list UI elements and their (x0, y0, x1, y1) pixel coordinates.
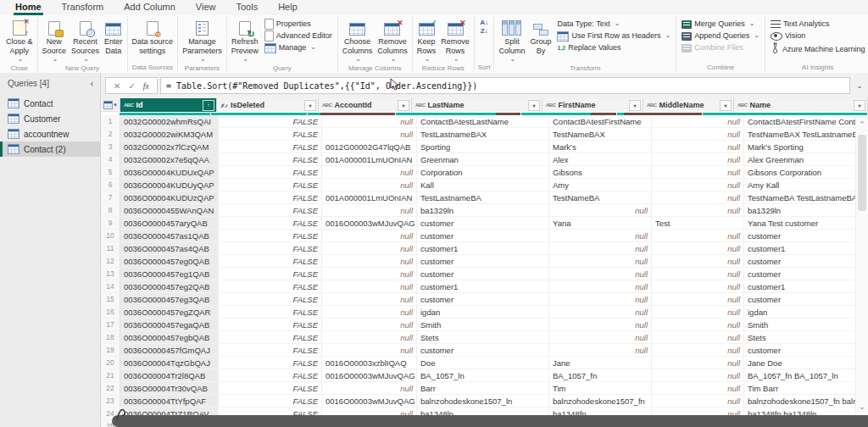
table-cell[interactable]: FALSE (219, 369, 322, 381)
table-cell[interactable]: customer1 (417, 280, 549, 292)
table-cell[interactable]: FALSE (219, 217, 322, 229)
table-cell[interactable]: null (322, 242, 417, 254)
split-column-button[interactable]: SplitColumn (496, 16, 527, 64)
query-item-accountnew[interactable]: accountnew (0, 126, 100, 141)
table-cell[interactable]: TestNameBAX TestLastnameBAX (744, 128, 868, 140)
table-cell[interactable]: FALSE (219, 204, 322, 216)
table-cell[interactable]: null (322, 166, 417, 178)
table-cell[interactable]: null (322, 230, 417, 241)
table-cell[interactable]: Gibsons Corporation (744, 166, 868, 178)
remove-columns-button[interactable]: ✕ RemoveColumns (375, 16, 410, 64)
tab-add-column[interactable]: Add Column (114, 0, 186, 15)
table-cell[interactable]: FALSE (219, 331, 322, 343)
tab-home[interactable]: Home (5, 0, 52, 15)
tab-view[interactable]: View (186, 0, 226, 15)
refresh-preview-button[interactable]: ↻ RefreshPreview (229, 16, 261, 64)
table-cell[interactable]: null (322, 115, 417, 127)
table-cell[interactable]: Barr (417, 382, 549, 394)
recent-sources-button[interactable]: ◷ RecentSources (69, 16, 102, 64)
table-cell[interactable]: Tim (549, 382, 652, 394)
table-cell[interactable]: customer (417, 344, 549, 356)
scroll-down-arrow[interactable]: ⌄ (856, 402, 868, 412)
column-header-middlename[interactable]: ABCMiddleName▾ (643, 98, 734, 112)
table-cell[interactable]: 0036O0000457egZQAR (120, 306, 219, 318)
table-cell[interactable]: FALSE (219, 268, 322, 280)
table-cell[interactable]: 0036O0000455WAnQAN (120, 204, 219, 216)
table-cell[interactable]: null (322, 204, 417, 216)
table-cell[interactable]: Greenman (417, 153, 549, 165)
table-cell[interactable]: null (652, 166, 744, 178)
table-cell[interactable]: TestNameBA (549, 191, 652, 203)
table-cell[interactable]: customer (744, 293, 868, 305)
table-cell[interactable]: null (322, 306, 417, 318)
table-cell[interactable]: 0012G00002G47lqQAB (322, 141, 417, 152)
table-cell[interactable]: null (652, 357, 744, 369)
query-item-contact-2[interactable]: Contact (2) (0, 141, 100, 157)
table-cell[interactable]: BA_1057_ln (417, 369, 549, 381)
table-cell[interactable]: 0032G00002x7e5qQAA (120, 153, 219, 165)
table-cell[interactable]: 001A000001LmUOnIAN (322, 153, 417, 165)
close-and-apply-button[interactable]: Close &Apply (3, 16, 36, 64)
table-cell[interactable]: 0036O0000457eg3QAB (120, 293, 219, 305)
row-number[interactable]: 5 (101, 166, 120, 178)
row-number[interactable]: 10 (101, 230, 120, 241)
scroll-up-arrow[interactable]: ⌃ (856, 119, 868, 130)
table-cell[interactable]: FALSE (219, 357, 322, 369)
table-cell[interactable]: 0036O00004TtYfpQAF (120, 395, 219, 407)
table-cell[interactable]: null (652, 344, 744, 356)
table-cell[interactable]: FALSE (219, 280, 322, 292)
table-cell[interactable]: ContactBAtestFirstName (549, 115, 652, 127)
table-cell[interactable]: null (652, 191, 744, 203)
row-number[interactable]: 16 (101, 306, 120, 318)
row-number[interactable]: 23 (101, 395, 120, 407)
row-number[interactable]: 20 (101, 357, 120, 369)
table-cell[interactable]: FALSE (219, 344, 322, 356)
column-filter-button[interactable]: ▾ (528, 100, 540, 111)
table-cell[interactable]: null (549, 204, 652, 216)
column-header-firstname[interactable]: ABCFirstName▾ (542, 98, 643, 112)
table-cell[interactable]: Tim Barr (744, 382, 868, 394)
table-cell[interactable]: Kall (417, 179, 549, 191)
table-cell[interactable]: null (652, 382, 744, 394)
table-cell[interactable]: 0032G00002x7lCzQAM (120, 141, 219, 152)
table-cell[interactable]: 0036O0000457aryQAB (120, 217, 219, 229)
table-cell[interactable]: FALSE (219, 395, 322, 407)
remove-rows-button[interactable]: ✕ RemoveRows (438, 16, 472, 64)
table-cell[interactable]: null (652, 293, 744, 305)
table-cell[interactable]: balnzohodeskone1507_fn (549, 395, 652, 407)
table-cell[interactable]: Jane (549, 357, 652, 369)
tab-transform[interactable]: Transform (52, 0, 114, 15)
table-cell[interactable]: FALSE (219, 293, 322, 305)
table-cell[interactable]: 0036O00004TqzGbQAJ (120, 357, 219, 369)
column-filter-button[interactable]: ▾ (304, 100, 316, 111)
row-number[interactable]: 2 (101, 128, 120, 140)
row-number[interactable]: 17 (101, 319, 120, 330)
table-cell[interactable]: Corporation (417, 166, 549, 178)
use-first-row-as-headers-button[interactable]: Use First Row as Headers (555, 30, 672, 42)
table-cell[interactable]: 0036O00004Tr30vQAB (120, 382, 219, 394)
table-cell[interactable]: null (549, 280, 652, 292)
table-cell[interactable]: FALSE (219, 141, 322, 152)
table-cell[interactable]: Doe (417, 357, 549, 369)
data-source-settings-button[interactable]: ⚙ Data sourcesettings (130, 16, 176, 56)
append-queries-button[interactable]: Append Queries (680, 30, 761, 42)
column-header-lastname[interactable]: ABCLastName▾ (412, 98, 542, 112)
table-cell[interactable]: null (652, 319, 744, 330)
text-analytics-button[interactable]: Text Analytics (769, 19, 867, 30)
table-cell[interactable]: customer (417, 293, 549, 305)
table-cell[interactable]: null (652, 115, 744, 127)
row-number[interactable]: 6 (101, 179, 120, 191)
table-cell[interactable]: null (322, 268, 417, 280)
column-header-isdeleted[interactable]: ✗✓IsDeleted▾ (217, 98, 319, 112)
table-cell[interactable]: FALSE (219, 191, 322, 203)
row-number[interactable]: 12 (101, 255, 120, 267)
table-cell[interactable]: FALSE (219, 382, 322, 394)
row-number[interactable]: 3 (101, 141, 120, 152)
table-cell[interactable]: 0036O0000457egbQAB (120, 331, 219, 343)
column-filter-button[interactable]: ▾ (398, 100, 409, 111)
table-cell[interactable]: null (549, 319, 652, 330)
table-cell[interactable]: null (652, 331, 744, 343)
table-menu-button[interactable]: ▾ (101, 98, 120, 112)
table-cell[interactable]: 0016O00003wMJuvQAG (322, 395, 417, 407)
table-cell[interactable]: Test (652, 217, 744, 229)
